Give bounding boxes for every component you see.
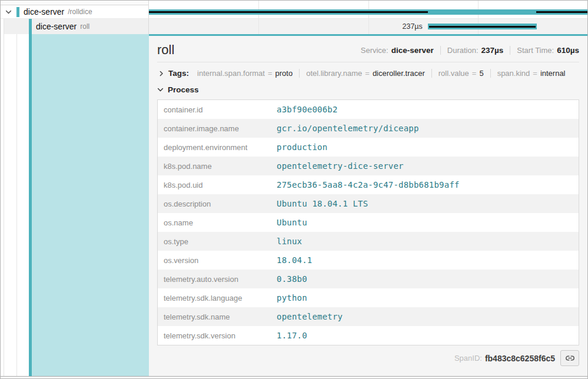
- start-time-label: Start Time:: [517, 46, 554, 55]
- spanid-value: fb483c8c6258f6c5: [485, 354, 555, 363]
- attr-key: telemetry.auto.version: [158, 270, 271, 288]
- attr-key: os.description: [158, 194, 271, 213]
- tag-value: diceroller.tracer: [373, 69, 425, 78]
- chevron-right-icon[interactable]: [158, 71, 164, 77]
- span-detail-footer: SpanID: fb483c8c6258f6c5: [157, 350, 579, 366]
- attr-value: 275ecb36-5aa8-4c2a-9c47-d8bb681b9aff: [271, 175, 579, 194]
- span-bar-rolldice[interactable]: [149, 9, 587, 15]
- tag-key: span.kind: [497, 69, 530, 78]
- table-row: os.typelinux: [158, 232, 579, 251]
- table-row: os.descriptionUbuntu 18.04.1 LTS: [158, 194, 579, 213]
- spanid-label: SpanID:: [454, 354, 482, 363]
- attr-key: os.type: [158, 232, 271, 251]
- span-title: roll: [157, 43, 174, 56]
- attr-value: Ubuntu 18.04.1 LTS: [271, 194, 579, 213]
- selected-span-highlight: [32, 34, 149, 376]
- attr-value: gcr.io/opentelemetry/diceapp: [271, 119, 579, 138]
- equals-sign: =: [472, 69, 477, 78]
- service-value: dice-server: [391, 46, 434, 55]
- span-detail-header: roll Service: dice-server Duration: 237µ…: [157, 36, 579, 62]
- operation-name: /rolldice: [68, 8, 92, 16]
- timeline-ruler-ticks: [149, 1, 587, 5]
- table-row: container.ida3bf90e006b2: [158, 100, 579, 119]
- divider: [510, 46, 510, 55]
- attr-value: a3bf90e006b2: [271, 100, 579, 119]
- bottom-edge: [1, 376, 587, 379]
- span-row-roll-selected[interactable]: dice-server roll 237µs: [1, 19, 587, 34]
- table-row: deployment.environmentproduction: [158, 138, 579, 157]
- service-label: Service:: [361, 46, 388, 55]
- attr-value: production: [271, 138, 579, 157]
- tag-item: span.kind = internal: [497, 69, 566, 78]
- table-row: telemetry.auto.version0.38b0: [158, 270, 579, 288]
- process-label: Process: [168, 85, 199, 94]
- timeline-ruler: [1, 1, 587, 5]
- duration-label: Duration:: [447, 46, 479, 55]
- attr-value: python: [271, 288, 579, 307]
- divider: [299, 69, 300, 78]
- span-bar-black-segment: [149, 11, 428, 13]
- attr-key: telemetry.sdk.version: [158, 326, 271, 345]
- span-bar-black-segment: [429, 26, 536, 28]
- jaeger-trace-detail-view: dice-server /rolldice dice-server roll 2…: [0, 0, 588, 379]
- attr-value: opentelemetry: [271, 307, 579, 326]
- attr-value: linux: [271, 232, 579, 251]
- span-row-rolldice[interactable]: dice-server /rolldice: [1, 5, 587, 19]
- table-row: telemetry.sdk.nameopentelemetry: [158, 307, 579, 326]
- attr-key: deployment.environment: [158, 138, 271, 157]
- copy-link-button[interactable]: [560, 350, 579, 366]
- table-row: telemetry.sdk.languagepython: [158, 288, 579, 307]
- equals-sign: =: [365, 69, 370, 78]
- span-bar-cell-rolldice[interactable]: [149, 5, 587, 19]
- tag-item: otel.library.name = diceroller.tracer: [306, 69, 425, 78]
- table-row: os.version18.04.1: [158, 251, 579, 270]
- attr-key: os.version: [158, 251, 271, 270]
- attr-key: k8s.pod.uid: [158, 175, 271, 194]
- tag-key: roll.value: [438, 69, 469, 78]
- attr-key: container.id: [158, 100, 271, 119]
- span-summary: Service: dice-server Duration: 237µs Sta…: [361, 46, 579, 56]
- span-detail-panel: roll Service: dice-server Duration: 237µ…: [149, 34, 587, 376]
- operation-name: roll: [80, 22, 89, 31]
- duration-value: 237µs: [481, 46, 504, 55]
- start-time-value: 610µs: [557, 46, 579, 55]
- span-name-column-header: [1, 1, 149, 5]
- selected-span-rail: [1, 34, 149, 376]
- tag-item: internal.span.format = proto: [197, 69, 293, 78]
- attr-key: container.image.name: [158, 119, 271, 138]
- equals-sign: =: [268, 69, 273, 78]
- process-section-header[interactable]: Process: [157, 85, 579, 94]
- attr-value: 18.04.1: [271, 251, 579, 270]
- link-icon: [565, 353, 575, 363]
- tag-value: 5: [479, 69, 483, 78]
- service-color-chip: [29, 19, 32, 34]
- service-name: dice-server: [24, 7, 64, 16]
- chevron-down-icon[interactable]: [157, 87, 164, 93]
- span-name-cell-roll[interactable]: dice-server roll: [1, 19, 149, 34]
- attr-key: telemetry.sdk.language: [158, 288, 271, 307]
- table-row: telemetry.sdk.version1.17.0: [158, 326, 579, 345]
- indent-guide: [16, 34, 17, 376]
- attr-key: os.name: [158, 213, 271, 232]
- process-attributes-table: container.ida3bf90e006b2 container.image…: [157, 99, 579, 345]
- indent-guide: [4, 34, 4, 376]
- span-bar-roll[interactable]: [428, 24, 537, 29]
- tag-value: internal: [540, 69, 566, 78]
- span-name-cell-rolldice[interactable]: dice-server /rolldice: [1, 5, 149, 19]
- tags-section-header[interactable]: Tags: internal.span.format = proto otel.…: [157, 69, 579, 78]
- table-row: container.image.namegcr.io/opentelemetry…: [158, 119, 579, 138]
- tick-50pct: [368, 1, 369, 5]
- attr-value: 1.17.0: [271, 326, 579, 345]
- tag-key: internal.span.format: [197, 69, 265, 78]
- table-row: k8s.pod.uid275ecb36-5aa8-4c2a-9c47-d8bb6…: [158, 175, 579, 194]
- collapse-chevron-icon[interactable]: [5, 9, 12, 15]
- equals-sign: =: [533, 69, 537, 78]
- tick-75pct: [478, 1, 479, 5]
- divider: [440, 46, 441, 55]
- span-bar-black-segment: [536, 11, 587, 13]
- attr-value: 0.38b0: [271, 270, 579, 288]
- span-duration-label: 237µs: [149, 19, 423, 34]
- tags-label: Tags:: [168, 69, 189, 78]
- divider: [490, 69, 491, 78]
- span-bar-cell-roll[interactable]: 237µs: [149, 19, 587, 34]
